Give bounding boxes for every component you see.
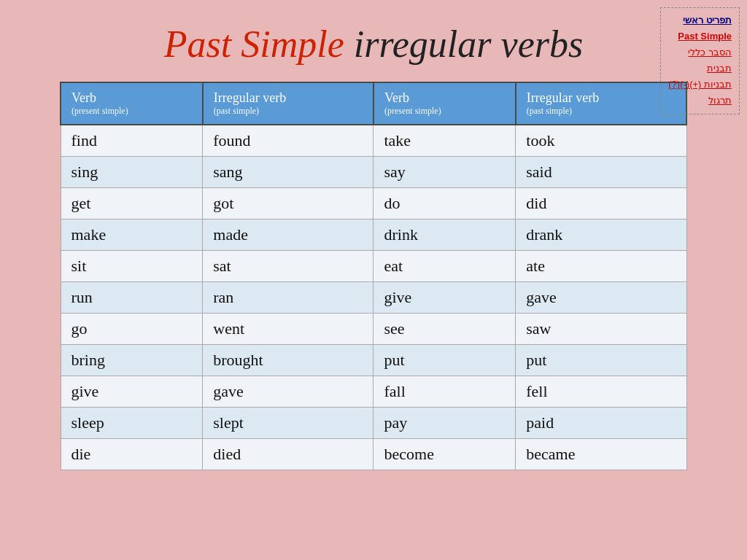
table-row: getgotdodid [61,188,686,219]
cell-v1-5: run [61,282,203,314]
cell-p1-4: sat [203,251,374,282]
nav-link-practice[interactable]: תרגול [668,93,732,109]
cell-p2-7: put [516,345,686,376]
cell-p1-2: got [203,188,374,219]
table-row: diediedbecomebecame [61,439,686,470]
cell-p1-8: gave [203,376,374,408]
verbs-table: Verb (present simple) Irregular verb (pa… [60,82,687,470]
table-row: sitsateatate [61,251,686,282]
nav-link-forms[interactable]: תבניות (+)(-)(?) [668,77,732,93]
cell-v1-4: sit [61,251,203,282]
cell-v2-3: drink [374,219,516,251]
cell-p2-6: saw [516,314,686,345]
cell-v2-8: fall [374,376,516,408]
cell-p2-0: took [516,125,686,157]
title-part1: Past Simple [164,23,344,65]
table-row: sleepsleptpaypaid [61,408,686,439]
cell-p1-3: made [203,219,374,251]
cell-p2-5: gave [516,282,686,314]
cell-p2-1: said [516,157,686,188]
table-row: gowentseesaw [61,314,686,345]
cell-v2-9: pay [374,408,516,439]
page-title: Past Simple irregular verbs [22,22,725,67]
cell-p1-9: slept [203,408,374,439]
title-part2-text: irregular verbs [354,23,583,65]
table-row: givegavefallfell [61,376,686,408]
cell-v2-2: do [374,188,516,219]
cell-v2-0: take [374,125,516,157]
cell-p1-7: brought [203,345,374,376]
cell-p1-5: ran [203,282,374,314]
cell-p2-8: fell [516,376,686,408]
cell-v2-7: put [374,345,516,376]
cell-v1-2: get [61,188,203,219]
table-wrapper: Verb (present simple) Irregular verb (pa… [60,82,687,470]
cell-p2-9: paid [516,408,686,439]
cell-v2-1: say [374,157,516,188]
table-row: bringbroughtputput [61,345,686,376]
table-row: findfoundtaketook [61,125,686,157]
table-row: runrangivegave [61,282,686,314]
cell-p2-10: became [516,439,686,470]
col-header-verb1: Verb (present simple) [61,82,203,125]
col-header-irregular1: Irregular verb (past simple) [203,82,374,125]
cell-v1-6: go [61,314,203,345]
table-row: makemadedrinkdrank [61,219,686,251]
cell-v1-8: give [61,376,203,408]
cell-p2-3: drank [516,219,686,251]
cell-p2-2: did [516,188,686,219]
cell-p1-0: found [203,125,374,157]
cell-v1-3: make [61,219,203,251]
cell-v1-7: bring [61,345,203,376]
table-row: singsangsaysaid [61,157,686,188]
cell-v1-10: die [61,439,203,470]
nav-link-general[interactable]: הסבר כללי [668,44,732,61]
cell-v2-6: see [374,314,516,345]
cell-v1-0: find [61,125,203,157]
cell-p2-4: ate [516,251,686,282]
cell-v2-5: give [374,282,516,314]
cell-p1-10: died [203,439,374,470]
cell-p1-6: went [203,314,374,345]
page-container: תפריט ראשי Past Simple הסבר כללי תבנית ת… [0,0,747,560]
cell-v2-10: become [374,439,516,470]
nav-link-past-simple[interactable]: Past Simple [668,28,732,44]
cell-v1-1: sing [61,157,203,188]
nav-link-template[interactable]: תבנית [668,61,732,77]
nav-box: תפריט ראשי Past Simple הסבר כללי תבנית ת… [660,7,740,114]
col-header-verb2: Verb (present simple) [374,82,516,125]
nav-title: תפריט ראשי [683,15,732,26]
cell-p1-1: sang [203,157,374,188]
cell-v2-4: eat [374,251,516,282]
table-header-row: Verb (present simple) Irregular verb (pa… [61,82,686,125]
cell-v1-9: sleep [61,408,203,439]
